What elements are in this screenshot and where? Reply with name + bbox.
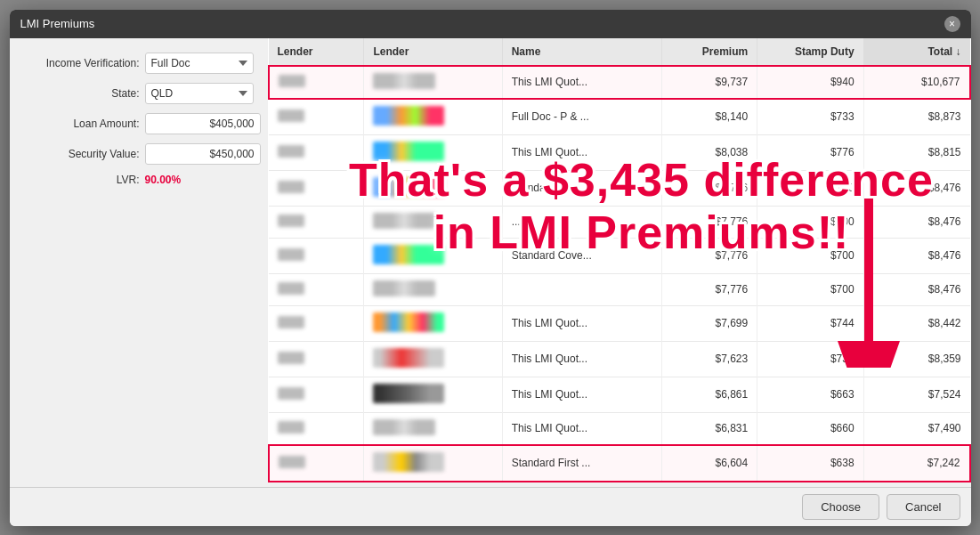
lvr-row: LVR: 90.00% (24, 174, 254, 186)
cell-lender2 (364, 412, 502, 445)
right-panel: Lender Lender Name Premium Stamp Duty To… (268, 38, 971, 487)
table-row[interactable]: This LMI Quot... $7,699 $744 $8,442 (269, 305, 970, 341)
cell-name: This LMI Quot... (502, 66, 661, 99)
cell-premium: $7,776 (661, 238, 757, 273)
cell-lender1 (269, 238, 364, 273)
cell-name: Standard First ... (502, 445, 661, 482)
cell-premium: $7,776 (661, 170, 757, 206)
cell-stamp-duty: $700 (757, 238, 863, 273)
col-header-total[interactable]: Total ↓ (863, 38, 969, 66)
cell-total: $8,359 (863, 341, 969, 377)
cell-stamp-duty: $940 (757, 66, 863, 99)
table-row[interactable]: Standard First ... $6,604 $638 $7,242 (269, 445, 970, 482)
cell-lender2 (364, 341, 502, 377)
table-row[interactable]: Standard ... $7,776 $700 $8,476 (269, 170, 970, 206)
cell-name: This LMI Quot... (502, 341, 661, 377)
cell-stamp-duty: $638 (757, 445, 863, 482)
cell-stamp-duty: $660 (757, 412, 863, 445)
table-row[interactable]: $7,776 $700 $8,476 (269, 273, 970, 305)
premiums-table: Lender Lender Name Premium Stamp Duty To… (268, 38, 971, 482)
cell-lender2 (364, 273, 502, 305)
cell-stamp-duty: $700 (757, 170, 863, 206)
table-row[interactable]: Full Doc - P & ... $8,140 $733 $8,873 (269, 99, 970, 135)
income-verification-label: Income Verification: (24, 57, 140, 69)
dialog-title: LMI Premiums (20, 17, 95, 30)
cell-stamp-duty: $733 (757, 99, 863, 135)
cell-name: This LMI Quot... (502, 134, 661, 170)
table-row[interactable]: This LMI Quot... $9,737 $940 $10,677 (269, 66, 970, 99)
cell-name: Standard ... (502, 170, 661, 206)
income-verification-select[interactable]: Full Doc (145, 53, 254, 74)
cell-stamp-duty: $776 (757, 134, 863, 170)
cell-name: ... an (502, 206, 661, 238)
cell-premium: $7,699 (661, 305, 757, 341)
table-container[interactable]: Lender Lender Name Premium Stamp Duty To… (268, 38, 971, 487)
close-button[interactable]: × (944, 16, 960, 32)
cell-stamp-duty: $700 (757, 206, 863, 238)
cell-lender2 (364, 377, 502, 412)
cell-lender1 (269, 66, 364, 99)
cell-lender1 (269, 134, 364, 170)
cell-total: $8,476 (863, 206, 969, 238)
cell-name: This LMI Quot... (502, 305, 661, 341)
cell-premium: $8,140 (661, 99, 757, 135)
content-area: Income Verification: Full Doc State: QLD… (10, 38, 971, 487)
cell-lender2 (364, 99, 502, 135)
cell-lender1 (269, 377, 364, 412)
cell-lender1 (269, 206, 364, 238)
cell-lender2 (364, 305, 502, 341)
cell-lender2 (364, 238, 502, 273)
security-value-row: Security Value: (24, 143, 254, 165)
table-row[interactable]: This LMI Quot... $6,861 $663 $7,524 (269, 377, 970, 412)
lmi-premiums-dialog: LMI Premiums × Income Verification: Full… (10, 10, 971, 526)
col-header-name: Name (502, 38, 661, 66)
cell-premium: $6,604 (661, 445, 757, 482)
cell-total: $8,815 (863, 134, 969, 170)
cell-lender1 (269, 305, 364, 341)
state-row: State: QLD (24, 83, 254, 104)
cell-name: Standard Cove... (502, 238, 661, 273)
cell-total: $8,476 (863, 170, 969, 206)
security-value-input[interactable] (145, 143, 261, 165)
cell-lender2 (364, 66, 502, 99)
cell-stamp-duty: $663 (757, 377, 863, 412)
cell-total: $8,476 (863, 238, 969, 273)
bottom-bar: Choose Cancel (10, 487, 971, 526)
cell-lender2 (364, 170, 502, 206)
state-label: State: (24, 87, 140, 100)
cell-name: This LMI Quot... (502, 377, 661, 412)
income-verification-row: Income Verification: Full Doc (24, 53, 254, 74)
cell-lender2 (364, 445, 502, 482)
cell-stamp-duty: $736 (757, 341, 863, 377)
cancel-button[interactable]: Cancel (887, 494, 960, 520)
cell-lender2 (364, 206, 502, 238)
choose-button[interactable]: Choose (802, 494, 879, 520)
table-row[interactable]: Standard Cove... $7,776 $700 $8,476 (269, 238, 970, 273)
col-header-stamp-duty: Stamp Duty (757, 38, 863, 66)
table-row[interactable]: This LMI Quot... $6,831 $660 $7,490 (269, 412, 970, 445)
cell-lender1 (269, 99, 364, 135)
loan-amount-label: Loan Amount: (24, 118, 140, 130)
cell-total: $7,490 (863, 412, 969, 445)
cell-lender1 (269, 273, 364, 305)
lvr-label: LVR: (24, 174, 140, 186)
table-row[interactable]: This LMI Quot... $8,038 $776 $8,815 (269, 134, 970, 170)
security-value-label: Security Value: (24, 148, 140, 160)
cell-total: $8,476 (863, 273, 969, 305)
loan-amount-input[interactable] (145, 113, 261, 134)
table-row[interactable]: This LMI Quot... $7,623 $736 $8,359 (269, 341, 970, 377)
cell-premium: $8,038 (661, 134, 757, 170)
cell-total: $7,524 (863, 377, 969, 412)
cell-lender1 (269, 170, 364, 206)
cell-premium: $7,776 (661, 273, 757, 305)
left-panel: Income Verification: Full Doc State: QLD… (10, 38, 268, 487)
cell-premium: $7,776 (661, 206, 757, 238)
state-select[interactable]: QLD (145, 83, 254, 104)
cell-total: $7,242 (863, 445, 969, 482)
col-header-lender1: Lender (269, 38, 364, 66)
cell-premium: $6,861 (661, 377, 757, 412)
title-bar: LMI Premiums × (10, 10, 971, 38)
cell-premium: $7,623 (661, 341, 757, 377)
table-row[interactable]: ... an $7,776 $700 $8,476 (269, 206, 970, 238)
col-header-premium: Premium (661, 38, 757, 66)
